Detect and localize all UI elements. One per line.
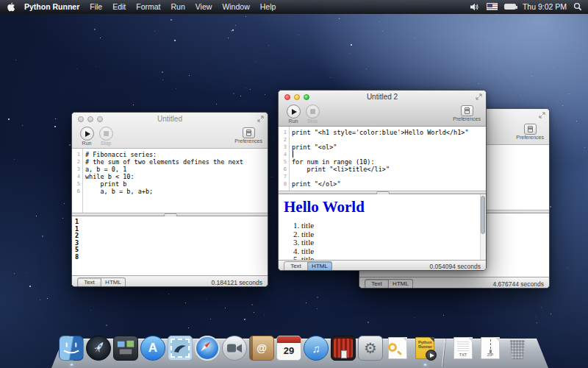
segment-text[interactable]: Text bbox=[365, 279, 389, 289]
output-mode-segmented[interactable]: TextHTML bbox=[284, 261, 332, 272]
code-line[interactable]: 2 bbox=[279, 136, 486, 144]
preferences-button[interactable] bbox=[524, 124, 537, 135]
menubar-clock[interactable]: Thu 9:02 PM bbox=[523, 2, 567, 11]
code-editor[interactable]: 1# Fibonacci series:2# the sum of two el… bbox=[72, 149, 268, 213]
preferences-group[interactable]: Preferences bbox=[453, 105, 481, 121]
scrollbar-track[interactable] bbox=[480, 194, 486, 260]
output-mode-segmented[interactable]: TextHTML bbox=[365, 279, 413, 289]
dock-item-app-store[interactable]: A bbox=[140, 336, 165, 361]
code-editor[interactable]: 1print "<h1 style='color:blue'>Hello Wor… bbox=[279, 127, 486, 191]
status-bar: TextHTML 4.676744 seconds bbox=[359, 277, 549, 289]
resize-icon[interactable] bbox=[257, 116, 264, 122]
output-list-item: title bbox=[301, 222, 486, 230]
text-output: 112358 bbox=[72, 216, 268, 261]
code-line[interactable]: 5for num in range (10): bbox=[279, 158, 486, 166]
itunes-icon: ♫ bbox=[304, 336, 329, 361]
output-pane[interactable]: Hello World titletitletitletitletitletit… bbox=[279, 194, 486, 260]
dock-item-system-preferences[interactable]: ⚙ bbox=[358, 336, 383, 361]
run-label: Run bbox=[284, 118, 302, 124]
run-group[interactable]: Run bbox=[284, 105, 302, 124]
stop-label: Stop bbox=[97, 141, 115, 146]
preferences-group[interactable]: Preferences bbox=[516, 123, 544, 140]
dock-item-safari[interactable] bbox=[195, 336, 220, 361]
trash-icon bbox=[508, 339, 527, 359]
launchpad-icon bbox=[86, 336, 111, 361]
stop-button[interactable] bbox=[306, 105, 320, 118]
spotlight-icon[interactable] bbox=[573, 2, 582, 11]
dock-item-ical[interactable]: 29 bbox=[276, 336, 301, 361]
play-overlay-icon bbox=[426, 350, 437, 361]
code-line[interactable]: 3a, b = 0, 1 bbox=[72, 166, 268, 173]
output-line: 2 bbox=[75, 233, 268, 240]
code-line[interactable]: 8print "</ol>" bbox=[279, 180, 486, 188]
app-menu-title[interactable]: Python Runner bbox=[24, 2, 79, 11]
dock-item-zip-file[interactable]: ZIP bbox=[478, 336, 503, 361]
menu-window[interactable]: Window bbox=[222, 2, 249, 11]
output-line: 3 bbox=[75, 240, 268, 247]
run-button[interactable] bbox=[80, 127, 94, 141]
code-line[interactable]: 1print "<h1 style='color:blue'>Hello Wor… bbox=[279, 129, 486, 136]
segment-html[interactable]: HTML bbox=[308, 261, 332, 272]
dock-item-mission-control[interactable] bbox=[113, 336, 138, 361]
run-button[interactable] bbox=[287, 105, 301, 118]
preferences-button[interactable] bbox=[243, 127, 255, 138]
window-untitled-2[interactable]: Untitled 2 Run Stop Preferences bbox=[278, 90, 487, 271]
dock-item-mail[interactable] bbox=[168, 336, 193, 361]
code-line[interactable]: 4while b < 10: bbox=[72, 173, 268, 180]
dock-item-trash[interactable] bbox=[505, 336, 530, 361]
segment-text[interactable]: Text bbox=[284, 261, 308, 272]
dock-item-address-book[interactable]: @ bbox=[249, 336, 274, 361]
dock-item-finder[interactable] bbox=[59, 336, 84, 361]
menu-edit[interactable]: Edit bbox=[112, 2, 126, 11]
us-flag-icon[interactable] bbox=[487, 3, 498, 10]
stop-icon bbox=[310, 109, 315, 114]
scrollbar-thumb[interactable] bbox=[481, 196, 485, 234]
switch-icon bbox=[465, 107, 470, 114]
run-group[interactable]: Run bbox=[78, 127, 96, 146]
window-untitled[interactable]: Untitled Run Stop Preferences 1# Fibonac… bbox=[71, 112, 268, 287]
finder-icon bbox=[59, 336, 84, 361]
dock-item-launchpad[interactable] bbox=[86, 336, 111, 361]
code-line[interactable]: 6 a, b = b, a+b; bbox=[72, 188, 268, 195]
menu-view[interactable]: View bbox=[196, 2, 212, 11]
dock-item-magnifier-document[interactable] bbox=[385, 336, 410, 361]
volume-icon[interactable] bbox=[470, 3, 480, 11]
menu-format[interactable]: Format bbox=[136, 2, 160, 11]
preferences-label: Preferences bbox=[234, 138, 262, 144]
output-mode-segmented[interactable]: TextHTML bbox=[77, 277, 126, 288]
dock-item-python-runner[interactable]: Python Runner bbox=[412, 336, 437, 361]
menu-help[interactable]: Help bbox=[260, 2, 276, 11]
battery-icon[interactable] bbox=[504, 4, 516, 10]
menu-run[interactable]: Run bbox=[171, 2, 185, 11]
dock-item-photo-booth[interactable] bbox=[331, 336, 356, 361]
dock-item-txt-file[interactable]: TXT bbox=[451, 336, 476, 361]
code-line[interactable]: 1# Fibonacci series: bbox=[72, 151, 268, 158]
resize-icon[interactable] bbox=[539, 112, 545, 118]
preferences-group[interactable]: Preferences bbox=[234, 127, 262, 144]
toolbar: Run Stop Preferences bbox=[72, 125, 268, 148]
segment-html[interactable]: HTML bbox=[389, 279, 413, 289]
apple-menu-icon[interactable] bbox=[0, 2, 24, 12]
code-line[interactable]: 3print "<ol>" bbox=[279, 144, 486, 151]
code-line[interactable]: 5 print b bbox=[72, 180, 268, 188]
segment-text[interactable]: Text bbox=[77, 277, 101, 288]
code-line[interactable]: 4 bbox=[279, 151, 486, 158]
menubar-status-area: Thu 9:02 PM bbox=[470, 2, 588, 11]
running-indicator bbox=[70, 364, 74, 366]
code-line[interactable]: 2# the sum of two elements defines the n… bbox=[72, 158, 268, 166]
title-bar[interactable]: Untitled bbox=[72, 113, 268, 125]
output-pane[interactable]: 112358 bbox=[72, 216, 268, 275]
stop-group[interactable]: Stop bbox=[97, 127, 115, 146]
stop-group[interactable]: Stop bbox=[304, 105, 321, 124]
resize-icon[interactable] bbox=[476, 93, 482, 100]
preferences-button[interactable] bbox=[461, 105, 473, 116]
dock-item-facetime[interactable] bbox=[222, 336, 247, 361]
segment-html[interactable]: HTML bbox=[101, 277, 126, 288]
code-line[interactable]: 6 print "<li>title</li>" bbox=[279, 166, 486, 173]
title-bar[interactable]: Untitled 2 bbox=[279, 91, 486, 103]
photo-booth-icon bbox=[331, 336, 356, 361]
menu-file[interactable]: File bbox=[90, 2, 102, 11]
code-line[interactable]: 7 bbox=[279, 173, 486, 180]
dock-item-itunes[interactable]: ♫ bbox=[304, 336, 329, 361]
stop-button[interactable] bbox=[99, 127, 113, 141]
